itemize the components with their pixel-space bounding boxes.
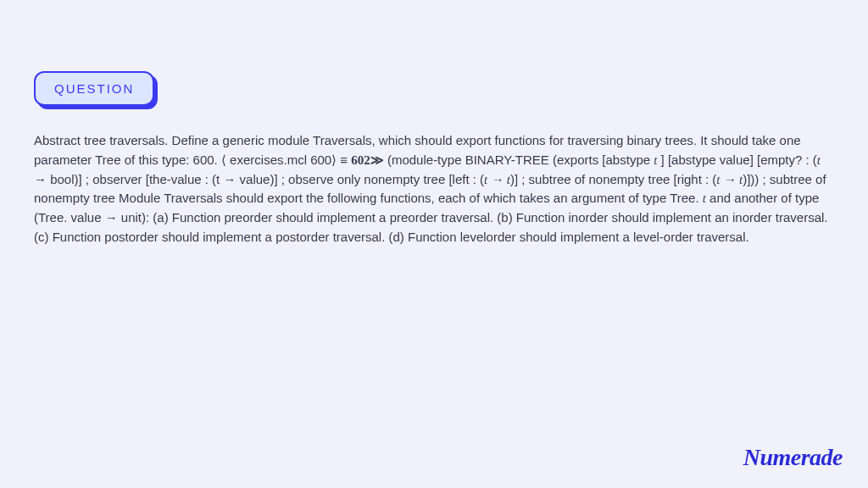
- question-text-part: (module-type BINARY-TREE (exports [absty…: [384, 152, 654, 167]
- question-text-part: → bool)] ; observer [the-value : (t → va…: [34, 172, 484, 186]
- question-body: Abstract tree traversals. Define a gener…: [34, 131, 834, 247]
- question-text-part: ⟨ exercises.mcl 600⟩ ≡: [221, 152, 351, 167]
- question-text-part: 602≫: [351, 153, 384, 167]
- question-text-part: )] ; subtree of nonempty tree [right : (: [510, 172, 716, 186]
- question-text-part: t → t: [716, 173, 743, 186]
- question-text-part: ] [abstype value] [empty? : (: [657, 152, 816, 167]
- question-text-part: t → t: [484, 173, 510, 186]
- question-badge: QUESTION: [34, 71, 154, 106]
- brand-logo: Numerade: [743, 444, 843, 471]
- question-text-part: t: [817, 153, 821, 167]
- question-badge-label: QUESTION: [34, 71, 154, 106]
